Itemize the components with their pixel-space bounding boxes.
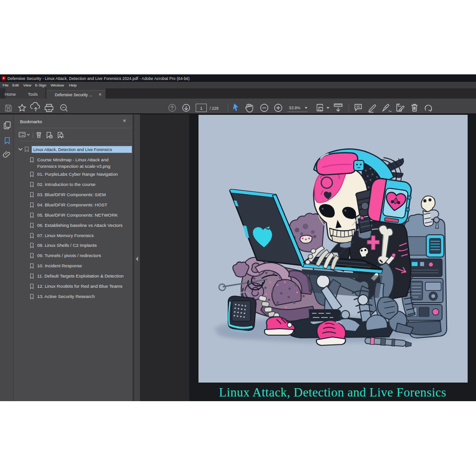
svg-text:53.9%: 53.9% xyxy=(289,106,301,110)
svg-text:1: 1 xyxy=(200,106,202,111)
svg-text:/ 229: / 229 xyxy=(210,106,218,111)
